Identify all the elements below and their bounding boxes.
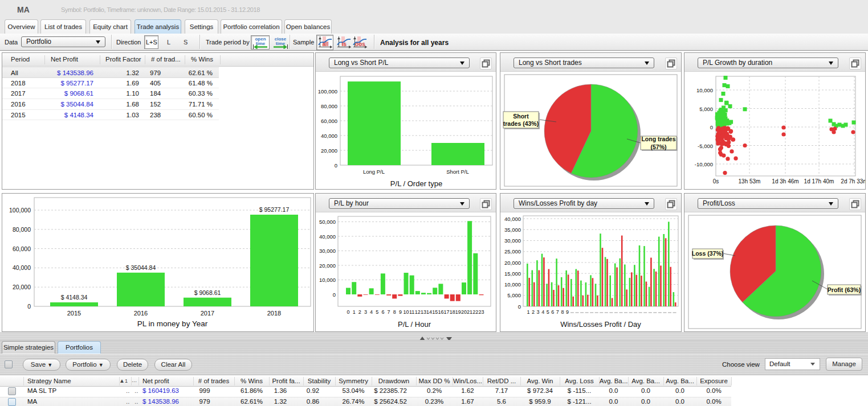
svg-text:2015: 2015 [67,310,81,317]
svg-text:0: 0 [27,303,31,310]
svg-text:40,000: 40,000 [13,264,31,271]
svg-text:15: 15 [432,309,438,315]
svg-text:$ 9068.61: $ 9068.61 [194,289,221,296]
svg-text:5,000: 5,000 [507,292,521,298]
svg-text:30,000: 30,000 [504,237,521,244]
svg-text:19: 19 [455,309,461,315]
svg-text:14: 14 [426,309,432,315]
svg-text:oos: oos [355,41,365,47]
svg-text:12: 12 [415,309,421,315]
svg-text:$ 35044.84: $ 35044.84 [126,264,156,271]
svg-text:Long trades: Long trades [641,136,675,142]
svg-text:7: 7 [388,309,390,315]
svg-text:2: 2 [358,309,361,315]
svg-text:is: is [342,41,347,47]
svg-text:11: 11 [409,309,414,315]
svg-text:-5,000: -5,000 [698,143,713,149]
svg-text:Short: Short [513,113,529,120]
svg-text:1: 1 [353,309,356,315]
svg-text:Wins/Losses Profit / Day: Wins/Losses Profit / Day [560,320,641,329]
svg-text:0: 0 [710,124,713,130]
svg-text:-10,000: -10,000 [695,161,713,167]
svg-text:20,000: 20,000 [13,284,31,290]
svg-text:0: 0 [347,309,349,315]
svg-text:1: 1 [527,309,529,315]
svg-text:2018: 2018 [267,310,281,317]
svg-text:8: 8 [393,309,396,315]
svg-text:6: 6 [381,309,384,315]
svg-text:1d 3h 46m: 1d 3h 46m [772,178,798,184]
svg-text:all: all [322,41,328,47]
svg-text:Long P/L: Long P/L [363,169,385,175]
svg-text:2016: 2016 [134,310,148,317]
svg-text:5,000: 5,000 [699,106,713,112]
svg-text:PL in money by Year: PL in money by Year [137,319,208,328]
svg-text:40,000: 40,000 [504,216,521,222]
svg-text:Profit (63%): Profit (63%) [828,286,861,293]
svg-text:2d 7h 33m: 2d 7h 33m [841,178,865,184]
svg-text:100,000: 100,000 [318,88,337,95]
svg-text:10,000: 10,000 [696,87,713,93]
svg-text:9: 9 [399,309,402,315]
svg-text:1d 17h 40m: 1d 17h 40m [804,178,834,184]
svg-text:50,000: 50,000 [319,219,336,225]
svg-text:9: 9 [566,309,569,315]
svg-text:5: 5 [547,309,549,315]
svg-text:0s: 0s [713,178,719,184]
svg-text:30,000: 30,000 [319,248,336,254]
svg-text:17: 17 [444,309,450,315]
svg-text:80,000: 80,000 [13,226,31,233]
svg-text:trades (43%): trades (43%) [503,120,539,127]
svg-text:Loss (37%): Loss (37%) [692,250,723,257]
svg-text:$ 4148.34: $ 4148.34 [61,294,88,301]
svg-text:16: 16 [438,309,443,315]
svg-text:P/L / Order type: P/L / Order type [390,179,442,188]
svg-text:3: 3 [537,309,540,315]
svg-text:15,000: 15,000 [504,270,521,277]
svg-text:5: 5 [376,309,378,315]
svg-text:35,000: 35,000 [504,227,521,233]
svg-text:2: 2 [532,309,535,315]
svg-text:60,000: 60,000 [321,118,337,124]
svg-text:0: 0 [335,162,337,169]
svg-text:100,000: 100,000 [9,207,31,214]
svg-text:22: 22 [472,309,478,315]
svg-text:10: 10 [403,309,409,315]
svg-text:3: 3 [364,309,367,315]
svg-text:80,000: 80,000 [321,103,337,109]
svg-text:18: 18 [450,309,455,315]
svg-text:20,000: 20,000 [321,147,337,154]
svg-text:2017: 2017 [201,310,214,317]
svg-text:4: 4 [541,309,544,315]
svg-text:(57%): (57%) [650,143,666,150]
svg-text:23: 23 [478,309,484,315]
svg-text:10,000: 10,000 [504,281,521,288]
svg-text:60,000: 60,000 [13,245,31,252]
svg-text:10,000: 10,000 [319,277,336,283]
svg-text:6: 6 [551,309,554,315]
svg-text:20,000: 20,000 [504,260,521,266]
svg-text:13: 13 [421,309,426,315]
svg-text:P/L / Hour: P/L / Hour [398,320,431,329]
svg-text:8: 8 [561,309,564,315]
svg-text:0: 0 [333,292,336,298]
svg-text:7: 7 [556,309,559,315]
svg-text:13h 53m: 13h 53m [739,178,761,184]
svg-text:0: 0 [518,304,521,310]
svg-text:40,000: 40,000 [321,133,337,139]
svg-text:4: 4 [370,309,373,315]
svg-text:Short P/L: Short P/L [446,169,469,175]
svg-text:40,000: 40,000 [319,233,336,240]
svg-text:$ 95277.17: $ 95277.17 [259,206,290,213]
svg-text:21: 21 [467,309,472,315]
svg-text:25,000: 25,000 [504,248,521,255]
svg-text:20: 20 [461,309,467,315]
svg-text:20,000: 20,000 [319,263,336,269]
